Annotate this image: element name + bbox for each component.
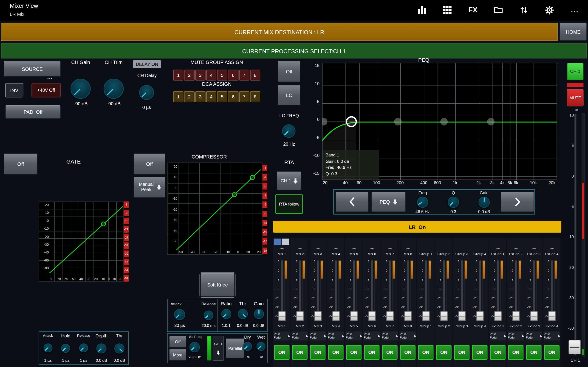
settings-gear-icon[interactable] [543, 4, 556, 17]
phantom-power-button[interactable]: +48V Off [32, 83, 61, 97]
ch-gain-knob[interactable] [70, 79, 91, 99]
send-on-button[interactable]: ON [472, 345, 488, 360]
fx-button[interactable]: FX [467, 4, 479, 17]
send-fader-handle[interactable] [404, 311, 412, 321]
dca-button[interactable]: 8 [250, 91, 260, 102]
send-fader[interactable]: 50-5-10-20-30-50 [327, 259, 345, 323]
send-fader[interactable]: 50-5-10-20-30-50 [345, 259, 363, 323]
pad-button[interactable]: PAD Off [5, 105, 61, 119]
main-fader-handle[interactable] [569, 340, 581, 354]
eq-band-handle[interactable] [322, 118, 327, 125]
gate-control-knob[interactable] [114, 343, 124, 353]
soft-knee-button[interactable]: Soft Knee [200, 273, 234, 297]
send-fader[interactable]: 50-5-10-20-30-50 [363, 259, 380, 323]
dca-button[interactable]: 6 [228, 91, 238, 102]
lc-freq-knob[interactable] [282, 124, 296, 138]
send-fader-handle[interactable] [530, 311, 538, 321]
mute-group-button[interactable]: 4 [206, 70, 216, 81]
peq-freq-knob[interactable] [417, 197, 428, 208]
peq-q-knob[interactable] [448, 197, 459, 208]
post-fade-dropdown[interactable]: Post Fade [274, 332, 290, 340]
post-fade-dropdown[interactable]: Post Fade [490, 332, 506, 340]
next-band-button[interactable] [501, 192, 534, 212]
send-fader-handle[interactable] [314, 311, 322, 321]
send-on-button[interactable]: ON [526, 345, 542, 360]
gate-control-knob[interactable] [79, 343, 88, 352]
send-fader-handle[interactable] [386, 311, 394, 321]
mute-group-button[interactable]: 6 [228, 70, 238, 81]
send-fader-handle[interactable] [512, 311, 520, 321]
dca-button[interactable]: 1 [173, 91, 183, 102]
comp-thr-knob[interactable] [238, 309, 248, 319]
wet-knob[interactable] [257, 342, 266, 351]
hpf-off-button[interactable]: Off [278, 61, 300, 82]
gate-control-knob[interactable] [61, 344, 70, 353]
send-on-button[interactable]: ON [490, 345, 506, 360]
lc-button[interactable]: LC [278, 85, 300, 105]
comp-mode-dropdown[interactable]: Manual Peak [133, 177, 165, 198]
send-fader[interactable]: 50-5-10-20-30-50 [273, 259, 291, 323]
send-fader-handle[interactable] [296, 311, 304, 321]
io-arrows-icon[interactable] [518, 4, 530, 17]
send-fader-handle[interactable] [548, 311, 556, 321]
send-fader[interactable]: 50-5-10-20-30-50 [435, 259, 453, 323]
send-on-button[interactable]: ON [346, 345, 362, 360]
post-fade-dropdown[interactable]: Post Fade [292, 332, 308, 340]
phantom-more-dots[interactable]: ... [47, 74, 53, 80]
peq-graph[interactable]: Band 1 Gain: 0.0 dB Freq: 46.6 Hz Q: 0.3 [322, 63, 557, 180]
master-on-banner[interactable]: LR On [273, 221, 562, 233]
more-options-button[interactable]: ... [569, 4, 581, 17]
mute-group-button[interactable]: 8 [250, 70, 260, 81]
send-fader-handle[interactable] [440, 311, 448, 321]
send-on-button[interactable]: ON [328, 345, 344, 360]
send-fader-handle[interactable] [494, 311, 502, 321]
send-fader-handle[interactable] [422, 311, 430, 321]
post-fade-dropdown[interactable]: Post Fade [364, 332, 380, 340]
folder-icon[interactable] [492, 4, 505, 17]
gate-off-button[interactable]: Off [4, 153, 37, 174]
send-fader[interactable]: 50-5-10-20-30-50 [417, 259, 435, 323]
send-fader-handle[interactable] [332, 311, 340, 321]
comp-attack-knob[interactable] [174, 309, 185, 320]
send-fader[interactable]: 50-5-10-20-30-50 [525, 259, 543, 323]
gate-control-knob[interactable] [43, 343, 52, 352]
channel-select-button[interactable]: CH 1 [567, 63, 584, 80]
post-fade-dropdown[interactable]: Post Fade [400, 332, 416, 340]
mute-group-button[interactable]: 3 [195, 70, 205, 81]
send-fader[interactable]: 50-5-10-20-30-50 [453, 259, 471, 323]
send-fader[interactable]: 50-5-10-20-30-50 [291, 259, 309, 323]
delay-on-toggle[interactable]: DELAY ON [133, 60, 161, 68]
dry-knob[interactable] [243, 342, 252, 351]
sidechain-channel-dropdown[interactable]: CH 1 [213, 336, 224, 361]
post-fade-dropdown[interactable]: Post Fade [508, 332, 524, 340]
mute-group-button[interactable]: 5 [217, 70, 227, 81]
rta-channel-dropdown[interactable]: CH 1 [277, 172, 302, 190]
mute-group-button[interactable]: 7 [239, 70, 249, 81]
dca-button[interactable]: 5 [217, 91, 227, 102]
send-on-button[interactable]: ON [418, 345, 433, 360]
send-on-button[interactable]: ON [292, 345, 308, 360]
send-on-button[interactable]: ON [274, 345, 289, 360]
send-on-button[interactable]: ON [544, 345, 560, 360]
ch-delay-knob[interactable] [139, 85, 154, 100]
send-fader-handle[interactable] [350, 311, 358, 321]
send-on-button[interactable]: ON [310, 345, 326, 360]
mute-group-button[interactable]: 1 [173, 70, 183, 81]
meters-icon[interactable] [415, 4, 428, 17]
invert-button[interactable]: INV [5, 83, 23, 97]
dca-button[interactable]: 4 [206, 91, 216, 102]
send-fader[interactable]: 50-5-10-20-30-50 [309, 259, 327, 323]
comp-ratio-knob[interactable] [221, 309, 231, 319]
main-fader-track[interactable] [574, 114, 576, 355]
send-fader-handle[interactable] [476, 311, 484, 321]
send-fader[interactable]: 50-5-10-20-30-50 [543, 259, 561, 323]
send-fader[interactable]: 50-5-10-20-30-50 [489, 259, 507, 323]
prev-band-button[interactable] [336, 192, 369, 212]
post-fade-dropdown[interactable]: Post Fade [544, 332, 560, 340]
post-fade-dropdown[interactable]: Post Fade [328, 332, 344, 340]
grid-view-icon[interactable] [441, 4, 454, 17]
send-on-button[interactable]: ON [508, 345, 523, 360]
eq-band-handle[interactable] [440, 118, 448, 125]
send-fader-handle[interactable] [368, 311, 376, 321]
home-button[interactable]: HOME [560, 23, 587, 41]
